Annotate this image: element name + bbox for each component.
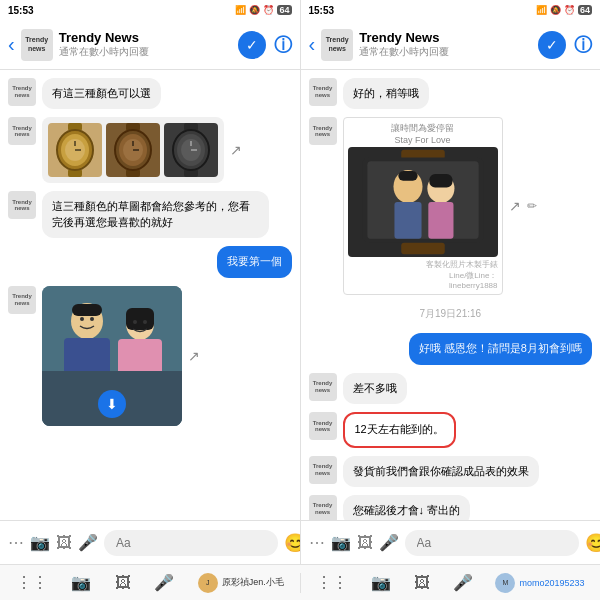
nav-item-camera[interactable]: 📷: [71, 573, 91, 592]
message-bubble: 差不多哦: [343, 373, 407, 404]
info-button-left[interactable]: ⓘ: [274, 33, 292, 57]
mic-nav-icon: 🎤: [154, 573, 174, 592]
right-pane: ‹ Trendynews Trendy News 通常在數小時內回覆 ✓ ⓘ T…: [301, 20, 601, 564]
mic-icon[interactable]: 🎤: [78, 533, 98, 552]
couple-photo-row: Trendynews: [8, 286, 292, 426]
image-icon[interactable]: 🖼: [56, 534, 72, 552]
avatar: Trendynews: [8, 78, 36, 106]
avatar: Trendynews: [8, 117, 36, 145]
watch-image-2: [106, 123, 160, 177]
check-button-right[interactable]: ✓: [538, 31, 566, 59]
left-chat-area[interactable]: Trendynews 有這三種顏色可以選 Trendynews: [0, 70, 300, 520]
avatar: Trendynews: [309, 78, 337, 106]
table-row: Trendynews 差不多哦: [309, 373, 593, 404]
message-input-right[interactable]: [405, 530, 579, 556]
message-bubble: 發貨前我們會跟你確認成品表的效果: [343, 456, 539, 487]
emoji-icon-right[interactable]: 😊: [585, 532, 601, 554]
table-row: Trendynews 12天左右能到的。: [309, 412, 593, 447]
edit-icon[interactable]: ✏: [527, 199, 537, 213]
download-button[interactable]: ⬇: [98, 390, 126, 418]
time-right: 15:53: [309, 5, 335, 16]
watch-images-row: Trendynews: [8, 117, 292, 183]
left-header-name: Trendy News: [59, 30, 232, 45]
table-row: 好哦 感恩您！請問是8月初會到嗎: [309, 333, 593, 364]
table-row: Trendynews 您確認後才會↓ 寄出的: [309, 495, 593, 520]
table-row: Trendynews 發貨前我們會跟你確認成品表的效果: [309, 456, 593, 487]
back-button-right[interactable]: ‹: [309, 33, 316, 56]
right-header-actions: ✓ ⓘ: [538, 31, 592, 59]
status-bar-left: 15:53 📶 🔕 ⏰ 64: [0, 0, 300, 20]
nav-item-mic[interactable]: 🎤: [154, 573, 174, 592]
svg-rect-41: [429, 174, 452, 188]
right-header-info: Trendy News 通常在數小時內回覆: [359, 30, 532, 59]
screen-container: 15:53 📶 🔕 ⏰ 64 15:53 📶 🔕 ⏰ 64 ‹: [0, 0, 600, 600]
highlighted-message-bubble: 12天左右能到的。: [343, 412, 456, 447]
contact-right: M momo20195233: [495, 573, 584, 593]
watch-photo-row: Trendynews 讓時間為愛停留Stay For Love: [309, 117, 593, 295]
mic-icon-right[interactable]: 🎤: [379, 533, 399, 552]
nav-item-gallery-right[interactable]: 🖼: [414, 574, 430, 592]
bottom-nav-right: ⋮⋮ 📷 🖼 🎤 M momo20195233: [301, 573, 601, 593]
left-chat-header: ‹ Trendynews Trendy News 通常在數小時內回覆 ✓ ⓘ: [0, 20, 300, 70]
contact-name-left: 原彩禎Jen.小毛: [222, 576, 284, 589]
table-row: Trendynews 這三種顏色的草圖都會給您參考的，您看完後再選您最喜歡的就好: [8, 191, 292, 238]
right-chat-toolbar: ⋯ 📷 🖼 🎤 😊 👍: [301, 520, 601, 564]
image-icon-right[interactable]: 🖼: [357, 534, 373, 552]
share-icon-3[interactable]: ↗: [509, 198, 521, 214]
svg-rect-38: [398, 171, 417, 181]
message-bubble: 您確認後才會↓ 寄出的: [343, 495, 471, 520]
camera-icon-right[interactable]: 📷: [331, 533, 351, 552]
left-pane: ‹ Trendynews Trendy News 通常在數小時內回覆 ✓ ⓘ T…: [0, 20, 301, 564]
message-input[interactable]: [104, 530, 278, 556]
avatar: Trendynews: [8, 286, 36, 314]
contact-avatar-left: J: [198, 573, 218, 593]
gallery-icon-right: 🖼: [414, 574, 430, 592]
more-icon[interactable]: ⋯: [8, 533, 24, 552]
nav-item-grid-right[interactable]: ⋮⋮: [316, 573, 348, 592]
date-separator: 7月19日21:16: [309, 303, 593, 325]
contact-left: J 原彩禎Jen.小毛: [198, 573, 284, 593]
avatar: Trendynews: [309, 456, 337, 484]
svg-rect-40: [428, 202, 453, 239]
back-button-left[interactable]: ‹: [8, 33, 15, 56]
right-chat-area[interactable]: Trendynews 好的，稍等哦 Trendynews 讓時間為愛停留Stay…: [301, 70, 601, 520]
nav-item-gallery[interactable]: 🖼: [115, 574, 131, 592]
bottom-nav-left: ⋮⋮ 📷 🖼 🎤 J 原彩禎Jen.小毛: [0, 573, 301, 593]
bottom-nav: ⋮⋮ 📷 🖼 🎤 J 原彩禎Jen.小毛 ⋮⋮ 📷: [0, 564, 600, 600]
share-icon-2[interactable]: ↗: [188, 348, 200, 364]
contact-name-right: momo20195233: [519, 578, 584, 588]
emoji-icon[interactable]: 😊: [284, 532, 301, 554]
message-bubble: 好的，稍等哦: [343, 78, 429, 109]
left-header-actions: ✓ ⓘ: [238, 31, 292, 59]
mic-nav-icon-right: 🎤: [453, 573, 473, 592]
status-bar: 15:53 📶 🔕 ⏰ 64 15:53 📶 🔕 ⏰ 64: [0, 0, 600, 20]
nav-item-camera-right[interactable]: 📷: [371, 573, 391, 592]
message-bubble: 這三種顏色的草圖都會給您參考的，您看完後再選您最喜歡的就好: [42, 191, 269, 238]
watch-photo-header: 讓時間為愛停留Stay For Love: [348, 122, 498, 145]
split-view: ‹ Trendynews Trendy News 通常在數小時內回覆 ✓ ⓘ T…: [0, 20, 600, 564]
check-button-left[interactable]: ✓: [238, 31, 266, 59]
share-icon[interactable]: ↗: [230, 142, 242, 158]
svg-point-30: [90, 317, 94, 321]
avatar: Trendynews: [8, 191, 36, 219]
camera-icon[interactable]: 📷: [30, 533, 50, 552]
avatar: Trendynews: [309, 412, 337, 440]
camera-nav-icon-right: 📷: [371, 573, 391, 592]
nav-item-mic-right[interactable]: 🎤: [453, 573, 473, 592]
nav-item-grid[interactable]: ⋮⋮: [16, 573, 48, 592]
svg-point-31: [133, 320, 137, 324]
message-bubble: 有這三種顏色可以選: [42, 78, 161, 109]
more-icon-right[interactable]: ⋯: [309, 533, 325, 552]
right-header-name: Trendy News: [359, 30, 532, 45]
avatar: Trendynews: [309, 495, 337, 520]
table-row: 我要第一個: [8, 246, 292, 277]
status-bar-right: 15:53 📶 🔕 ⏰ 64: [300, 0, 601, 20]
avatar: Trendynews: [309, 117, 337, 145]
right-header-sub: 通常在數小時內回覆: [359, 45, 532, 59]
watch-photo-footer: 客製化照片木製手錶Line/微Line：lineberry1888: [348, 259, 498, 290]
info-button-right[interactable]: ⓘ: [574, 33, 592, 57]
grid-icon: ⋮⋮: [16, 573, 48, 592]
left-header-avatar: Trendynews: [21, 29, 53, 61]
right-chat-header: ‹ Trendynews Trendy News 通常在數小時內回覆 ✓ ⓘ: [301, 20, 601, 70]
svg-rect-37: [394, 202, 421, 239]
